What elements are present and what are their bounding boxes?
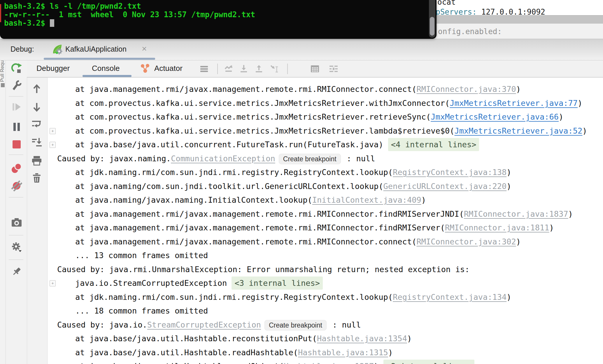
console-text: ... 13 common frames omitted [75, 251, 208, 260]
fold-expand-icon[interactable]: + [50, 280, 56, 286]
console-text: at com.provectus.kafka.ui.service.metric… [75, 126, 454, 135]
console-text: at java.base/java.util.Hashtable.readObj… [75, 362, 284, 364]
console-text: at java.naming/javax.naming.InitialConte… [75, 195, 312, 204]
layout-menu-icon[interactable] [199, 64, 209, 74]
create-breakpoint-button[interactable]: Create breakpoint [279, 154, 341, 164]
stack-frame-link[interactable]: GenericURLContext.java:220 [383, 182, 507, 191]
stack-frame-link[interactable]: Hashtable.java:1315 [298, 348, 388, 357]
down-to-line-icon[interactable] [239, 64, 248, 74]
stack-frame-link[interactable]: RMIConnector.java:370 [416, 85, 516, 94]
console-line: at com.provectus.kafka.ui.service.metric… [47, 96, 603, 110]
tab-debugger[interactable]: Debugger [36, 60, 70, 77]
stack-frame-link[interactable]: RMIConnector.java:1837 [464, 209, 568, 218]
console-line: at java.management.rmi/javax.management.… [47, 221, 603, 235]
scroll-to-end-button[interactable] [31, 137, 42, 148]
stack-frame-link[interactable]: RMIConnector.java:302 [416, 237, 516, 246]
console-line: ... 18 common frames omitted [47, 304, 603, 318]
console-text: ) [516, 85, 521, 94]
settings-gear-button[interactable] [11, 242, 22, 253]
terminal-line: bash-3.2$ ls -l /tmp/pwnd2.txt [4, 2, 141, 10]
console-text: ) [388, 348, 393, 357]
stack-frame-link[interactable]: JmxMetricsRetriever.java:66 [431, 112, 559, 121]
stack-frame-link[interactable]: RegistryContext.java:138 [393, 168, 506, 177]
tab-console[interactable]: Console [92, 60, 120, 77]
stack-frame-link[interactable]: RegistryContext.java:134 [393, 293, 506, 302]
mute-breakpoints-button[interactable] [11, 180, 22, 191]
console-line: +at com.provectus.kafka.ui.service.metri… [47, 124, 603, 138]
console-text: ) [582, 126, 587, 135]
stack-frame-link[interactable]: Hashtable.java:1257 [284, 362, 374, 364]
console-line: ... 13 common frames omitted [47, 249, 603, 262]
up-the-stack-trace-button[interactable] [31, 83, 42, 94]
toolbar-separator [9, 260, 23, 260]
terminal-line: -rw-r--r-- 1 mst wheel 0 Nov 23 13:57 /t… [4, 10, 255, 19]
console-line: at java.management.rmi/javax.management.… [47, 235, 603, 249]
actuator-icon [140, 64, 150, 74]
stack-frame-link[interactable]: CommunicationException [171, 154, 275, 163]
tab-actuator[interactable]: Actuator [154, 60, 183, 77]
up-from-line-icon[interactable] [254, 64, 264, 74]
tool-window-icon[interactable] [1, 83, 5, 87]
layout-grid-icon[interactable] [310, 64, 320, 74]
terminal-scrollbar-thumb[interactable] [430, 17, 434, 36]
console-text: ) [506, 168, 511, 177]
fold-expand-icon[interactable]: + [50, 128, 56, 134]
console-line: Caused by: java.rmi.UnmarshalException: … [47, 262, 603, 276]
stack-frame-link[interactable]: RMIConnector.java:1811 [445, 223, 549, 232]
soft-wrap-button[interactable] [31, 119, 42, 130]
terminal-window[interactable]: bash-3.2$ ls -l /tmp/pwnd2.txt -rw-r--r-… [0, 0, 437, 39]
stack-frame-link[interactable]: Hashtable.java:1354 [317, 334, 407, 343]
console-line: at java.management.rmi/javax.management.… [47, 82, 603, 96]
console-text: at com.provectus.kafka.ui.service.metric… [75, 112, 431, 121]
toolbar-separator [287, 64, 288, 74]
console-text: at java.management.rmi/javax.management.… [75, 209, 464, 218]
clear-all-trash-button[interactable] [31, 173, 42, 184]
pin-button[interactable] [11, 266, 22, 277]
stack-frame-link[interactable]: StreamCorruptedException [147, 320, 261, 329]
toolbar-separator [217, 64, 218, 74]
console-text: : null [342, 154, 375, 163]
stack-frame-link[interactable]: JmxMetricsRetriever.java:52 [454, 126, 582, 135]
console-line: +java.io.StreamCorruptedException <3 int… [47, 276, 603, 290]
settings-wrench-button[interactable] [11, 80, 22, 91]
editor-peek-region: ocat pServers: 127.0.0.1:9092 onfig.enab… [434, 0, 603, 39]
console-line: at com.provectus.kafka.ui.service.metric… [47, 110, 603, 124]
view-breakpoints-button[interactable] [11, 163, 22, 174]
console-line: at java.base/java.util.Hashtable.readHas… [47, 346, 603, 360]
filter-settings-icon[interactable] [329, 64, 338, 74]
fold-expand-icon[interactable]: + [50, 142, 56, 148]
scroll-to-trace-icon[interactable] [224, 64, 233, 74]
down-the-stack-trace-button[interactable] [31, 102, 42, 113]
stack-frame-link[interactable]: JmxMetricsRetriever.java:77 [450, 99, 578, 108]
internal-lines-badge: <2 internal lines> [383, 360, 475, 364]
console-line: at java.naming/javax.naming.InitialConte… [47, 193, 603, 207]
create-breakpoint-button[interactable]: Create breakpoint [264, 320, 327, 330]
resume-button[interactable] [11, 102, 22, 113]
session-tab-kafkauiapplication[interactable]: KafkaUiApplication × [44, 39, 156, 60]
console-line: at java.base/java.util.Hashtable.reconst… [47, 332, 603, 346]
rerun-button[interactable] [11, 63, 22, 74]
close-icon[interactable]: × [142, 39, 147, 60]
stack-frame-link[interactable]: InitialContext.java:409 [312, 195, 421, 204]
console-text: at java.management.rmi/javax.management.… [75, 85, 416, 94]
editor-text-fragment: ocat [437, 0, 456, 6]
debug-title: Debug: [10, 39, 34, 60]
console-text: ... 18 common frames omitted [75, 306, 208, 315]
stop-button[interactable] [11, 139, 22, 150]
pause-button[interactable] [11, 121, 22, 132]
console-text: at java.base/java.util.Hashtable.reconst… [75, 334, 317, 343]
thread-dump-camera-button[interactable] [11, 217, 22, 228]
toolbar-separator [9, 96, 23, 97]
console-text: at com.provectus.kafka.ui.service.metric… [75, 99, 450, 108]
spring-boot-run-icon [52, 44, 63, 55]
tool-window-bar: Pull Requests [0, 39, 6, 364]
console-line: Caused by: java.io.StreamCorruptedExcept… [47, 318, 603, 332]
console-line: at jdk.naming.rmi/com.sun.jndi.rmi.regis… [47, 290, 603, 304]
console-line: at java.base/java.util.Hashtable.readObj… [47, 359, 603, 364]
session-tab-label: KafkaUiApplication [65, 39, 127, 60]
jump-to-caret-icon[interactable] [269, 64, 279, 74]
console-output[interactable]: at java.management.rmi/javax.management.… [47, 77, 603, 364]
print-button[interactable] [31, 155, 42, 166]
console-text: ) [407, 334, 412, 343]
editor-lower-strip: onfig.enabled: [434, 24, 603, 39]
